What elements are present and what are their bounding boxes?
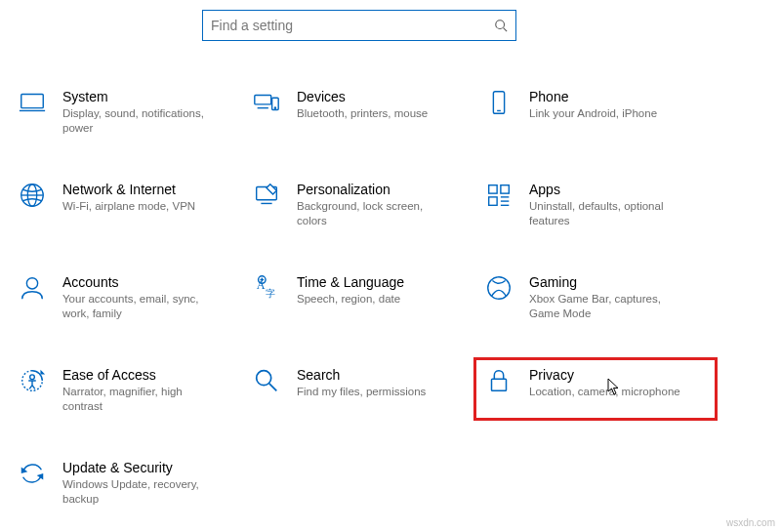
tile-title: Network & Internet (62, 181, 195, 198)
svg-rect-15 (489, 185, 497, 193)
svg-line-31 (269, 384, 277, 391)
tile-ease-of-access[interactable]: Ease of Access Narrator, magnifier, high… (8, 358, 242, 420)
tile-network[interactable]: Network & Internet Wi-Fi, airplane mode,… (8, 173, 242, 234)
tile-phone[interactable]: Phone Link your Android, iPhone (474, 80, 717, 142)
tile-title: Personalization (297, 181, 453, 198)
svg-rect-4 (255, 96, 271, 104)
tile-gaming[interactable]: Gaming Xbox Game Bar, captures, Game Mod… (474, 266, 717, 327)
xbox-icon (482, 271, 515, 305)
phone-icon (482, 86, 515, 119)
tile-desc: Windows Update, recovery, backup (62, 477, 219, 507)
language-icon: A 字 (250, 271, 283, 305)
tile-desc: Uninstall, defaults, optional features (529, 199, 685, 228)
svg-point-21 (26, 278, 37, 289)
svg-line-1 (504, 28, 508, 32)
tile-system[interactable]: System Display, sound, notifications, po… (8, 80, 242, 142)
tile-desc: Link your Android, iPhone (529, 106, 657, 121)
tile-desc: Location, camera, microphone (529, 385, 680, 399)
tile-title: Ease of Access (62, 366, 219, 384)
tile-title: Time & Language (297, 273, 404, 291)
svg-point-0 (496, 20, 505, 29)
tile-title: Accounts (62, 273, 219, 291)
tile-accounts[interactable]: Accounts Your accounts, email, sync, wor… (8, 266, 242, 327)
tile-desc: Your accounts, email, sync, work, family (62, 292, 219, 321)
devices-icon (250, 86, 283, 119)
tile-desc: Narrator, magnifier, high contrast (62, 385, 219, 414)
tile-desc: Speech, region, date (297, 292, 404, 307)
tile-title: Phone (529, 88, 657, 105)
search-box[interactable] (202, 10, 516, 41)
search-input[interactable] (211, 18, 494, 33)
ease-icon (16, 364, 49, 397)
svg-text:字: 字 (266, 288, 275, 299)
svg-marker-28 (40, 370, 45, 375)
paint-icon (250, 179, 283, 212)
svg-point-7 (274, 107, 275, 108)
tile-personalization[interactable]: Personalization Background, lock screen,… (242, 173, 474, 234)
tile-title: Devices (297, 88, 428, 105)
tile-title: Gaming (529, 273, 685, 291)
svg-rect-16 (501, 185, 509, 193)
watermark: wsxdn.com (726, 517, 775, 528)
tile-search[interactable]: Search Find my files, permissions (242, 358, 474, 420)
tile-desc: Find my files, permissions (297, 385, 426, 399)
system-icon (16, 86, 49, 119)
tile-desc: Wi-Fi, airplane mode, VPN (62, 199, 195, 214)
svg-point-30 (257, 371, 271, 386)
globe-icon (16, 179, 49, 212)
tile-desc: Display, sound, notifications, power (62, 106, 219, 136)
svg-rect-32 (492, 379, 507, 390)
tile-desc: Xbox Game Bar, captures, Game Mode (529, 292, 685, 321)
tile-time-language[interactable]: A 字 Time & Language Speech, region, date (242, 266, 474, 327)
tile-title: Update & Security (62, 459, 219, 476)
svg-rect-2 (21, 95, 44, 108)
tile-desc: Background, lock screen, colors (297, 199, 453, 228)
tile-privacy[interactable]: Privacy Location, camera, microphone (474, 358, 717, 420)
svg-point-29 (30, 375, 35, 380)
lock-icon (482, 364, 515, 397)
tile-apps[interactable]: Apps Uninstall, defaults, optional featu… (474, 173, 717, 234)
tile-update-security[interactable]: Update & Security Windows Update, recove… (8, 451, 242, 512)
sync-icon (16, 457, 49, 490)
tile-devices[interactable]: Devices Bluetooth, printers, mouse (242, 80, 474, 142)
search-icon (494, 19, 508, 32)
magnifier-icon (250, 364, 283, 397)
tile-title: Search (297, 366, 426, 384)
tile-title: Privacy (529, 366, 680, 384)
tile-desc: Bluetooth, printers, mouse (297, 106, 428, 121)
svg-rect-17 (489, 197, 497, 205)
person-icon (16, 271, 49, 305)
tile-title: Apps (529, 181, 685, 198)
tile-title: System (62, 88, 219, 105)
apps-icon (482, 179, 515, 212)
settings-grid: System Display, sound, notifications, po… (8, 80, 781, 512)
